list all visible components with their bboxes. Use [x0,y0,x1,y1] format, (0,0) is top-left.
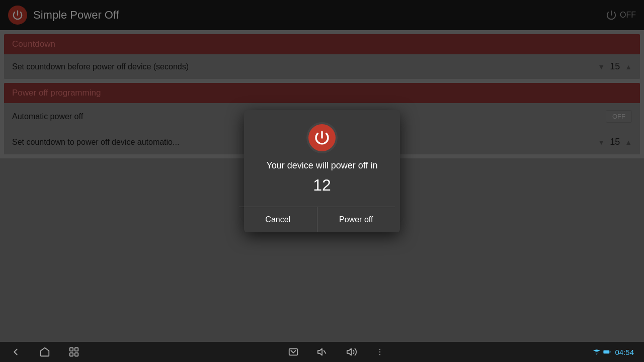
svg-point-9 [379,351,380,352]
dialog-actions: Cancel Power off [239,207,395,232]
svg-rect-1 [75,348,78,351]
svg-rect-4 [289,349,298,355]
battery-icon [603,348,611,356]
svg-point-11 [597,354,597,355]
wifi-icon [593,348,601,356]
cancel-button[interactable]: Cancel [239,207,317,232]
svg-marker-7 [347,349,351,355]
svg-rect-2 [70,353,73,356]
bottom-nav-left [10,346,79,357]
dialog-overlay: Your device will power off in 12 Cancel … [0,0,644,342]
svg-point-8 [379,349,380,350]
dialog-countdown: 12 [313,176,331,195]
svg-rect-0 [70,348,73,351]
home-icon[interactable] [39,346,50,357]
app-container: Simple Power Off OFF Countdown Set count… [0,0,644,342]
status-icons [593,348,611,356]
svg-rect-3 [75,353,78,356]
screenshot-icon[interactable] [288,346,299,357]
back-icon[interactable] [10,346,21,357]
time-display: 04:54 [615,348,634,356]
svg-rect-13 [604,351,608,353]
volume-down-icon[interactable] [317,346,328,357]
power-off-dialog: Your device will power off in 12 Cancel … [244,110,400,232]
bottom-bar: 04:54 [0,342,644,362]
svg-marker-5 [318,349,322,355]
poweroff-button[interactable]: Power off [317,207,395,232]
svg-line-6 [324,350,326,353]
volume-up-icon[interactable] [346,346,357,357]
bottom-nav-center [288,346,384,357]
bottom-nav-right: 04:54 [593,348,634,356]
svg-point-10 [379,354,380,355]
menu-icon[interactable] [375,347,384,356]
recents-icon[interactable] [68,346,79,357]
dialog-power-icon [308,124,336,151]
dialog-message: Your device will power off in [266,160,377,171]
